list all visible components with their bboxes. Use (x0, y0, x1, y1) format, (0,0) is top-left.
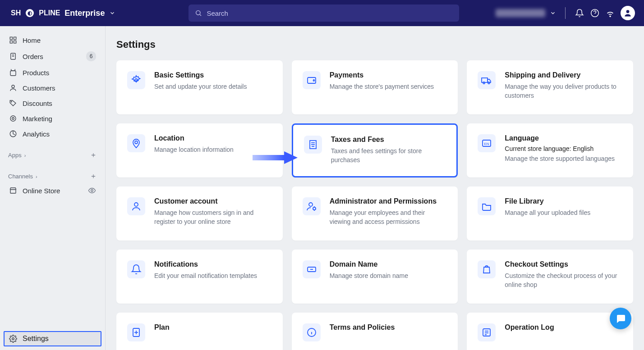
svg-point-36 (313, 207, 316, 210)
card-language[interactable]: EN Language Current store language: Engl… (467, 123, 633, 177)
sidebar-item-discounts[interactable]: Discounts (4, 95, 101, 111)
brand-switcher[interactable]: SH◐PLINE Enterprise (11, 9, 115, 18)
card-shipping[interactable]: Shipping and Delivery Manage the way you… (467, 60, 633, 114)
card-domain-name[interactable]: Domain Name Manage store domain name (292, 250, 458, 304)
sidebar-label: Orders (23, 53, 43, 60)
products-icon (9, 68, 17, 77)
card-desc: Manage store domain name (330, 271, 408, 280)
svg-point-27 (488, 82, 490, 84)
card-desc: Manage all your uploaded files (505, 208, 590, 217)
svg-point-4 (610, 16, 611, 17)
card-title: Plan (154, 323, 170, 332)
avatar[interactable] (621, 6, 635, 20)
card-title: Notifications (154, 260, 257, 268)
card-desc: Manage the store supported languages (505, 154, 615, 163)
svg-point-24 (313, 80, 314, 81)
card-title: Terms and Policies (330, 323, 395, 332)
notifications-icon[interactable] (575, 8, 584, 18)
bag-icon (478, 260, 496, 278)
card-plan[interactable]: Plan (116, 313, 283, 350)
sidebar-item-settings[interactable]: Settings (4, 331, 101, 346)
card-file-library[interactable]: File Library Manage all your uploaded fi… (467, 186, 633, 241)
search-input[interactable] (207, 9, 453, 17)
wifi-icon[interactable] (605, 8, 615, 18)
user-icon (127, 197, 145, 215)
card-title: Administrator and Permissions (330, 197, 447, 205)
orders-icon (9, 52, 17, 60)
customers-icon (9, 84, 17, 92)
receipt-icon (304, 136, 322, 154)
card-checkout-settings[interactable]: Checkout Settings Customize the checkout… (467, 250, 633, 304)
card-subtitle: Current store language: English (505, 145, 615, 152)
language-icon: EN (478, 134, 496, 152)
sidebar-item-home[interactable]: Home (4, 32, 101, 48)
preview-icon[interactable] (88, 186, 96, 195)
sidebar-item-online-store[interactable]: Online Store (0, 183, 105, 198)
add-app-icon[interactable]: ＋ (90, 150, 97, 160)
discounts-icon (9, 99, 17, 107)
sidebar-section-apps[interactable]: Apps › ＋ (0, 149, 105, 162)
svg-rect-19 (10, 190, 16, 193)
card-desc: Manage how customers sign in and registe… (154, 208, 272, 227)
info-icon (303, 323, 321, 341)
truck-icon (478, 71, 496, 89)
sidebar-label: Analytics (23, 130, 50, 138)
plan-icon (127, 323, 145, 341)
orders-badge: 6 (86, 51, 96, 61)
sidebar-item-customers[interactable]: Customers (4, 80, 101, 95)
card-payments[interactable]: Payments Manage the store's payment serv… (292, 60, 458, 114)
card-desc: Taxes and fees settings for store purcha… (331, 146, 446, 165)
svg-rect-8 (10, 41, 12, 43)
global-search[interactable] (189, 5, 459, 22)
svg-point-0 (196, 11, 200, 15)
card-title: Operation Log (505, 323, 554, 332)
chevron-down-icon (550, 10, 556, 16)
gear-icon (9, 335, 17, 343)
sidebar-item-analytics[interactable]: Analytics (4, 126, 101, 141)
card-taxes-fees[interactable]: Taxes and Fees Taxes and fees settings f… (292, 123, 458, 177)
svg-point-15 (11, 101, 12, 102)
card-title: Basic Settings (154, 71, 247, 79)
sidebar-section-channels[interactable]: Channels › ＋ (0, 170, 105, 183)
analytics-icon (9, 130, 17, 138)
svg-point-17 (10, 116, 16, 121)
bell-icon (127, 260, 145, 278)
divider (565, 7, 566, 19)
sidebar-item-products[interactable]: Products (4, 65, 101, 80)
sidebar: Home Orders 6 Products Customers Discoun… (0, 26, 106, 350)
sidebar-label: Customers (23, 84, 55, 92)
home-icon (9, 36, 17, 44)
card-title: Shipping and Delivery (505, 71, 622, 79)
brand-name-part1: SH (11, 9, 21, 17)
marketing-icon (9, 114, 17, 123)
page-title: Settings (116, 39, 633, 50)
sidebar-item-marketing[interactable]: Marketing (4, 111, 101, 126)
card-basic-settings[interactable]: Basic Settings Set and update your store… (116, 60, 283, 114)
card-title: Taxes and Fees (331, 136, 446, 144)
card-location[interactable]: Location Manage location information (116, 123, 283, 177)
card-desc: Manage the way you deliver products to c… (505, 82, 622, 100)
gear-icon (127, 71, 145, 89)
folder-icon (478, 197, 496, 215)
chat-fab[interactable] (610, 308, 631, 329)
main-content: Settings Basic Settings Set and update y… (106, 26, 644, 350)
card-notifications[interactable]: Notifications Edit your email notificati… (116, 250, 283, 304)
card-desc: Manage location information (154, 145, 234, 154)
card-operation-log[interactable]: Operation Log (467, 313, 633, 350)
add-channel-icon[interactable]: ＋ (90, 172, 97, 181)
sidebar-item-orders[interactable]: Orders 6 (4, 48, 101, 65)
card-title: Domain Name (330, 260, 408, 268)
sidebar-label: Home (23, 36, 41, 44)
card-desc: Manage the store's payment services (330, 82, 434, 91)
svg-point-28 (135, 141, 138, 144)
card-title: File Library (505, 197, 590, 205)
svg-rect-9 (14, 41, 16, 43)
card-customer-account[interactable]: Customer account Manage how customers si… (116, 186, 283, 241)
card-admin-permissions[interactable]: Administrator and Permissions Manage you… (292, 186, 458, 241)
search-icon (195, 9, 202, 17)
card-terms-policies[interactable]: Terms and Policies (292, 313, 458, 350)
settings-link-label: Settings (23, 335, 49, 343)
user-menu[interactable] (496, 9, 556, 17)
help-icon[interactable] (590, 8, 600, 18)
user-gear-icon (303, 197, 321, 215)
